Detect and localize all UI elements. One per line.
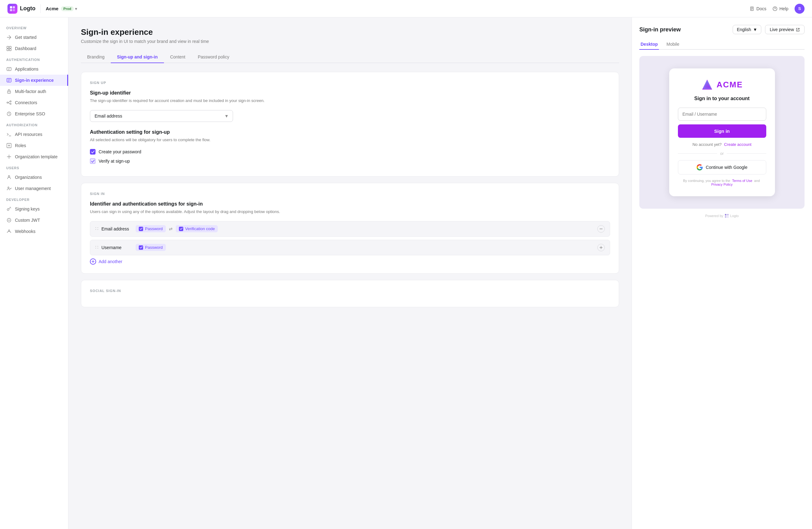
username-identifier-label: Username <box>101 245 132 250</box>
docs-icon <box>750 6 754 11</box>
mfa-icon <box>6 89 12 94</box>
sidebar-item-sign-in-experience[interactable]: Sign-in experience <box>0 75 68 86</box>
tab-sign-up-sign-in[interactable]: Sign-up and sign-in <box>111 51 164 63</box>
sidebar-item-api-resources[interactable]: API resources <box>0 129 68 140</box>
sidebar-item-mfa[interactable]: Multi-factor auth <box>0 86 68 97</box>
social-signin-card: SOCIAL SIGN-IN <box>81 280 619 307</box>
content-area: Sign-in experience Customize the sign in… <box>69 17 632 529</box>
sidebar-section-auth: AUTHENTICATION <box>0 54 68 63</box>
or-text: or <box>720 151 724 156</box>
auth-settings: Authentication setting for sign-up All s… <box>90 129 610 164</box>
sidebar-label-signing-keys: Signing keys <box>15 206 40 211</box>
email-identifier-label: Email address <box>101 226 132 231</box>
svg-rect-0 <box>10 6 12 9</box>
sidebar-label-enterprise-sso: Enterprise SSO <box>15 111 45 116</box>
drag-handle-username[interactable]: ∷ <box>95 245 98 250</box>
docs-link[interactable]: Docs <box>750 6 766 11</box>
user-management-icon <box>6 186 12 191</box>
tag-check-icon-3 <box>140 246 143 249</box>
sidebar-label-sign-in-experience: Sign-in experience <box>15 78 54 83</box>
preview-signin-heading: Sign in to your account <box>678 96 766 101</box>
remove-username-row-btn[interactable] <box>597 244 605 251</box>
tab-content[interactable]: Content <box>164 51 192 63</box>
tenant-selector[interactable]: Acme Prod ▾ <box>46 6 77 11</box>
logo-icon <box>8 4 17 14</box>
docs-label: Docs <box>756 6 766 11</box>
create-password-checkbox[interactable] <box>90 149 96 155</box>
sidebar-item-organizations[interactable]: Organizations <box>0 172 68 183</box>
drag-handle-email[interactable]: ∷ <box>95 226 98 232</box>
live-preview-btn[interactable]: Live preview <box>765 25 804 34</box>
sidebar-item-get-started[interactable]: Get started <box>0 32 68 43</box>
identifier-select-wrapper: Email address Username Phone number Emai… <box>90 110 233 122</box>
dashboard-icon <box>6 46 12 51</box>
svg-point-16 <box>10 103 11 104</box>
svg-rect-10 <box>7 68 11 71</box>
preview-email-input[interactable] <box>678 107 766 121</box>
svg-rect-8 <box>7 49 9 51</box>
preview-google-btn[interactable]: Continue with Google <box>678 160 766 175</box>
language-selector[interactable]: English ▼ <box>733 25 761 34</box>
create-account-link[interactable]: Create account <box>724 142 751 147</box>
help-link[interactable]: Help <box>772 6 788 11</box>
sidebar-item-enterprise-sso[interactable]: Enterprise SSO <box>0 108 68 119</box>
sidebar-item-custom-jwt[interactable]: Custom JWT <box>0 215 68 226</box>
sidebar-item-applications[interactable]: Applications <box>0 63 68 75</box>
verify-signup-row: Verify at sign-up <box>90 158 610 164</box>
sidebar-section-authz: AUTHORIZATION <box>0 119 68 129</box>
right-panel: Sign-in preview English ▼ Live preview D… <box>632 17 812 529</box>
sidebar-item-signing-keys[interactable]: Signing keys <box>0 203 68 215</box>
password-check-icon <box>139 227 143 231</box>
tab-desktop[interactable]: Desktop <box>639 39 659 50</box>
sidebar-item-connectors[interactable]: Connectors <box>0 97 68 108</box>
svg-rect-3 <box>13 9 15 11</box>
svg-point-14 <box>7 102 8 103</box>
add-another-btn[interactable]: Add another <box>90 259 610 265</box>
sidebar-item-org-template[interactable]: Organization template <box>0 151 68 162</box>
app-container: Logto Acme Prod ▾ Docs Help <box>0 0 812 529</box>
svg-rect-9 <box>9 49 11 51</box>
preview-footer: By continuing, you agree to the Terms of… <box>678 179 766 186</box>
powered-by: Powered by Logto <box>639 214 804 218</box>
tab-mobile[interactable]: Mobile <box>665 39 680 50</box>
connectors-icon <box>6 100 12 105</box>
user-avatar[interactable]: S <box>795 4 804 14</box>
sidebar-item-dashboard[interactable]: Dashboard <box>0 43 68 54</box>
verify-signup-checkbox[interactable] <box>90 158 96 164</box>
google-btn-label: Continue with Google <box>706 165 748 170</box>
sign-in-desc: Users can sign in using any of the optio… <box>90 209 610 215</box>
tab-password-policy[interactable]: Password policy <box>192 51 235 63</box>
sidebar-item-roles[interactable]: Roles <box>0 140 68 151</box>
sign-up-card: SIGN UP Sign-up identifier The sign-up i… <box>81 72 619 177</box>
sidebar-item-webhooks[interactable]: Webhooks <box>0 226 68 237</box>
svg-point-20 <box>8 187 9 188</box>
no-account-text: No account yet? <box>693 142 722 147</box>
device-tabs: Desktop Mobile <box>639 39 804 50</box>
sidebar-label-organizations: Organizations <box>15 175 42 180</box>
svg-rect-28 <box>727 214 729 216</box>
tenant-env-badge: Prod <box>61 6 74 11</box>
sign-up-desc: The sign-up identifier is required for a… <box>90 98 610 104</box>
svg-rect-29 <box>725 216 726 218</box>
plus-icon <box>91 260 95 263</box>
page-title: Sign-in experience <box>81 27 619 37</box>
logto-powered-icon <box>725 214 729 218</box>
svg-rect-30 <box>727 216 729 218</box>
sidebar-section-overview: OVERVIEW <box>0 23 68 32</box>
tab-branding[interactable]: Branding <box>81 51 111 63</box>
privacy-link[interactable]: Privacy Policy <box>711 182 733 186</box>
terms-link-text: Terms of Use <box>732 179 752 182</box>
api-icon <box>6 132 12 137</box>
sidebar-label-mfa: Multi-factor auth <box>15 89 46 94</box>
preview-signin-btn[interactable]: Sign in <box>678 124 766 138</box>
tenant-chevron-icon[interactable]: ▾ <box>75 6 77 11</box>
app-name: Logto <box>20 5 35 12</box>
sidebar-label-roles: Roles <box>15 143 26 148</box>
enterprise-sso-icon <box>6 111 12 117</box>
remove-email-row-btn[interactable] <box>597 225 605 233</box>
minus-icon <box>599 227 603 231</box>
create-password-label: Create your password <box>99 149 141 154</box>
identifier-select[interactable]: Email address Username Phone number Emai… <box>90 110 233 122</box>
sidebar-item-user-management[interactable]: User management <box>0 183 68 194</box>
terms-link[interactable]: Terms of Use <box>732 179 752 182</box>
